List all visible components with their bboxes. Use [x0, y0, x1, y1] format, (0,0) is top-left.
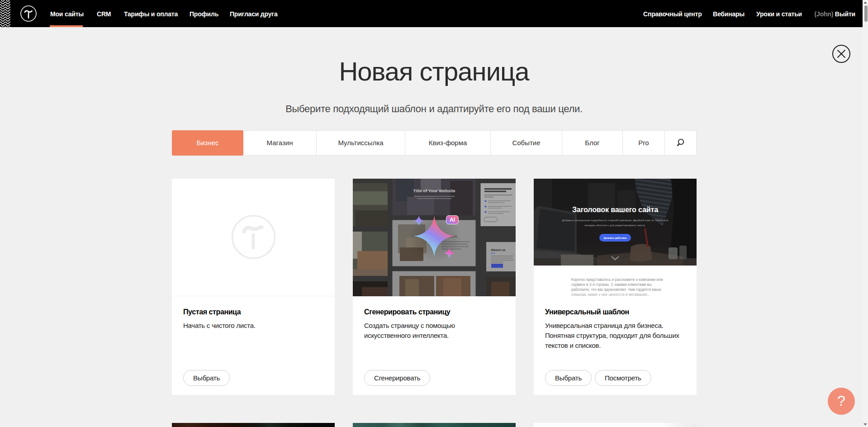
svg-text:сервисе в 3-4 строках. С каким: сервисе в 3-4 строках. С какими клиентам… — [571, 283, 652, 287]
svg-text:Добавьте интересные подробност: Добавьте интересные подробности о вашей … — [562, 218, 668, 222]
svg-text:вкладка «Контент» для редактир: вкладка «Контент» для редактирования тек… — [585, 223, 646, 227]
svg-text:Заголовок вашего сайта: Заголовок вашего сайта — [572, 205, 659, 214]
svg-text:AI: AI — [450, 217, 455, 223]
svg-text:Коротко представьтесь и расска: Коротко представьтесь и расскажите о ком… — [571, 278, 663, 282]
svg-text:работаете, что вас вдохновляет: работаете, что вас вдохновляет. Чем горд… — [571, 288, 661, 292]
svg-text:Title of Your Website: Title of Your Website — [413, 188, 455, 193]
svg-text:команда, какие у нее ценности: команда, какие у нее ценности и мотиваци… — [571, 293, 650, 296]
svg-text:About us: About us — [491, 248, 506, 252]
svg-text:Целевое действие: Целевое действие — [603, 237, 626, 239]
